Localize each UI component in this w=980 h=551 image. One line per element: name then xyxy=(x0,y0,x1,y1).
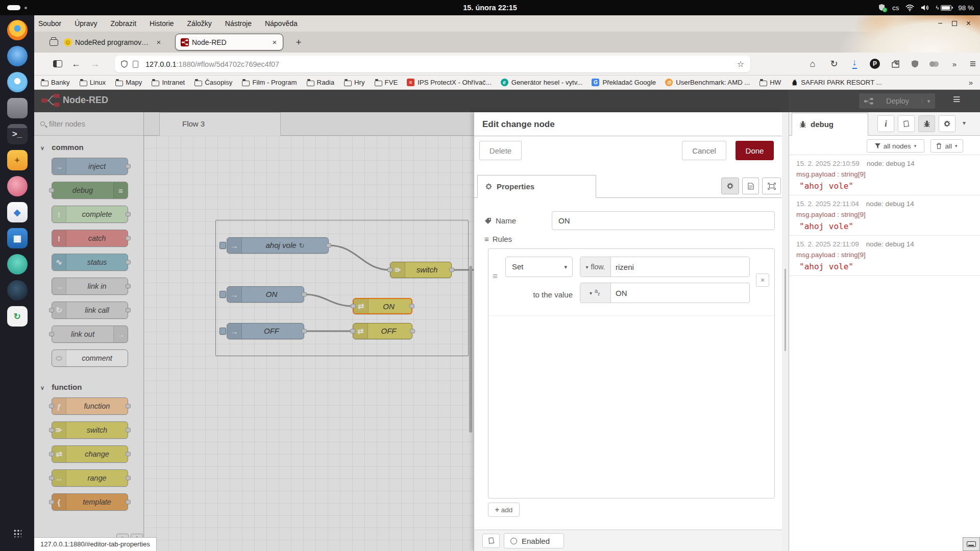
new-tab-button[interactable]: + xyxy=(292,36,305,49)
input-port[interactable] xyxy=(49,188,54,193)
inject-button[interactable] xyxy=(219,242,226,249)
menu-item[interactable]: Nápověda xyxy=(265,15,298,32)
input-port[interactable] xyxy=(49,428,54,433)
palette-node[interactable]: ↔ range xyxy=(52,469,128,487)
output-port[interactable] xyxy=(302,329,307,334)
url-text[interactable]: 127.0.0.1:1880/#flow/5d4702c769ec4f07 xyxy=(145,60,737,68)
input-port[interactable] xyxy=(350,329,355,334)
message-property[interactable]: msg.payload : string[9] xyxy=(796,170,975,178)
ublock-shield-icon[interactable] xyxy=(908,57,922,71)
input-port[interactable] xyxy=(351,304,356,309)
rule-property-input[interactable]: ▾ flow. rizeni xyxy=(580,257,750,277)
battery-icon[interactable] xyxy=(941,5,951,11)
input-port[interactable] xyxy=(49,332,54,337)
output-port[interactable] xyxy=(126,164,131,169)
protonpass-extension-icon[interactable]: P xyxy=(868,57,882,71)
debug-clear-button[interactable]: all ▾ xyxy=(930,139,963,153)
output-port[interactable] xyxy=(449,268,454,272)
output-port[interactable] xyxy=(126,476,131,481)
flow-tab[interactable]: Flow 3 xyxy=(159,112,281,136)
output-port[interactable] xyxy=(126,236,131,241)
rule-action-select[interactable]: Set ▾ xyxy=(505,257,573,277)
back-button[interactable]: ← xyxy=(69,57,83,71)
tab-debug[interactable]: debug xyxy=(792,113,868,136)
rule-value-input[interactable]: ▾ az ON xyxy=(580,283,750,303)
flow-node[interactable]: → ahoj vole↻ xyxy=(227,237,329,254)
palette-node[interactable]: ! complete xyxy=(52,206,128,223)
edit-description-button[interactable] xyxy=(742,178,759,194)
palette-node[interactable]: → link in xyxy=(52,278,128,295)
tab-close-icon[interactable]: × xyxy=(271,38,279,46)
debug-message[interactable]: 15. 2. 2025 22:11:09node: debug 14 msg.p… xyxy=(789,236,980,276)
deploy-options-caret[interactable]: ▾ xyxy=(922,98,935,105)
input-port[interactable] xyxy=(49,500,54,505)
rule-drag-handle[interactable]: ≡ xyxy=(493,271,498,282)
palette-node[interactable]: ƒ function xyxy=(52,397,128,415)
url-bar[interactable]: 127.0.0.1:1880/#flow/5d4702c769ec4f07 ☆ xyxy=(115,56,750,72)
account-mask-icon[interactable] xyxy=(927,57,941,71)
dock-app-icon[interactable] xyxy=(6,71,29,93)
dock-app-icon[interactable]: >_ xyxy=(6,123,29,145)
done-button[interactable]: Done xyxy=(736,141,774,160)
bookmark-item[interactable]: Banky xyxy=(40,79,70,86)
tracking-shield-icon[interactable] xyxy=(121,60,128,68)
debug-message[interactable]: 15. 2. 2025 22:10:59node: debug 14 msg.p… xyxy=(789,155,980,195)
cancel-button[interactable]: Cancel xyxy=(682,141,726,160)
palette-node[interactable]: ⇄ change xyxy=(52,445,128,463)
palette-category-header[interactable]: ∨ common xyxy=(34,136,143,153)
help-tab-button[interactable] xyxy=(898,115,915,132)
menu-item[interactable]: Historie xyxy=(150,15,174,32)
output-port[interactable] xyxy=(126,428,131,433)
dock-app-icon[interactable]: + xyxy=(6,149,29,171)
input-port[interactable] xyxy=(387,268,393,272)
close-button[interactable]: × xyxy=(966,19,971,28)
canvas-vertical-scrollbar[interactable] xyxy=(469,266,472,433)
dock-app-icon[interactable] xyxy=(6,175,29,197)
message-property[interactable]: msg.payload : string[9] xyxy=(796,211,975,218)
palette-node[interactable]: → link out xyxy=(52,325,128,343)
palette-node[interactable]: ∿ status xyxy=(52,254,128,271)
dock-app-icon[interactable] xyxy=(6,97,29,119)
security-shield-icon[interactable]: ✓ xyxy=(878,4,886,12)
delete-button[interactable]: Delete xyxy=(479,141,522,160)
palette-node[interactable]: { template xyxy=(52,493,128,511)
bookmark-item[interactable]: Film - Program xyxy=(241,79,297,86)
volume-icon[interactable] xyxy=(921,4,929,11)
bookmark-item[interactable]: ⊙ UserBenchmark: AMD ... xyxy=(665,79,750,86)
output-port[interactable] xyxy=(126,404,131,409)
info-tab-button[interactable]: i xyxy=(877,115,894,132)
deploy-button[interactable]: Deploy ▾ xyxy=(859,93,935,109)
inject-button[interactable] xyxy=(219,328,226,335)
dock-app-icon[interactable]: ↻ xyxy=(6,305,29,328)
output-port[interactable] xyxy=(409,304,414,309)
menu-item[interactable]: Zobrazit xyxy=(111,15,137,32)
bookmark-item[interactable]: Intranet xyxy=(151,79,185,86)
output-port[interactable] xyxy=(126,500,131,505)
maximize-button[interactable] xyxy=(952,21,957,26)
output-port[interactable] xyxy=(126,260,131,265)
wifi-icon[interactable] xyxy=(905,5,914,11)
reload-icon[interactable]: ↻ xyxy=(827,57,841,71)
palette-node[interactable]: ! catch xyxy=(52,230,128,247)
output-port[interactable] xyxy=(302,292,307,297)
bookmarks-overflow-icon[interactable]: » xyxy=(969,78,973,87)
forward-button[interactable]: → xyxy=(88,57,102,71)
input-port[interactable] xyxy=(49,452,54,457)
node-enabled-toggle[interactable]: Enabled xyxy=(504,533,564,548)
output-port[interactable] xyxy=(126,212,131,217)
dock-app-icon[interactable]: ▦ xyxy=(6,227,29,249)
minimize-button[interactable]: − xyxy=(938,19,942,28)
input-port[interactable] xyxy=(49,404,54,409)
input-method-indicator[interactable] xyxy=(963,537,980,551)
flow-node[interactable]: ⋔ switch xyxy=(390,262,452,278)
output-port[interactable] xyxy=(126,308,131,313)
keyboard-layout-indicator[interactable]: cs xyxy=(892,4,899,12)
tab-properties[interactable]: Properties xyxy=(477,175,596,198)
typed-input-type-button[interactable]: ▾ flow. xyxy=(580,257,611,277)
flow-node[interactable]: ⇄ ON xyxy=(353,298,412,314)
palette-node[interactable]: ≡ debug xyxy=(52,182,128,199)
typed-input-type-button[interactable]: ▾ az xyxy=(580,283,611,303)
node-help-button[interactable] xyxy=(482,534,500,548)
output-port[interactable] xyxy=(410,329,415,334)
bookmark-item[interactable]: Časopisy xyxy=(194,79,232,86)
